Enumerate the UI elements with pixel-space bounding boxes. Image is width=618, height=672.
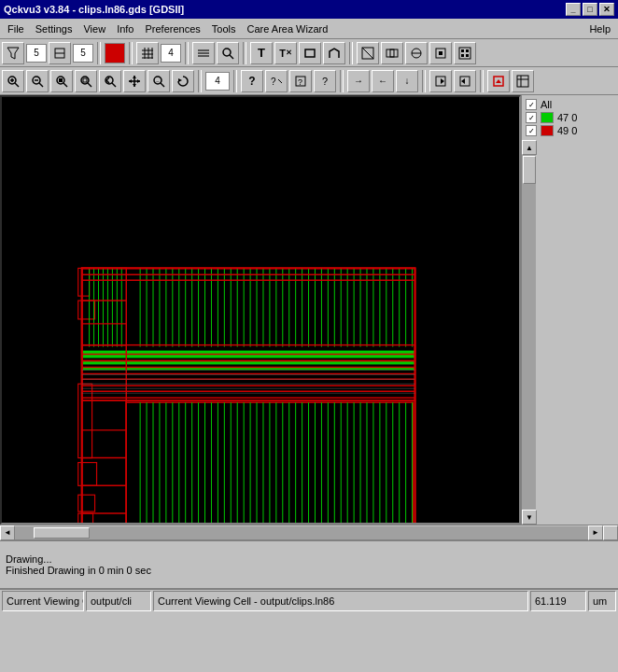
scroll-down-btn[interactable]: ▼ xyxy=(522,510,537,525)
snap-input[interactable] xyxy=(161,44,181,63)
poly-button[interactable] xyxy=(323,42,345,64)
layer-47-checkbox[interactable]: ✓ xyxy=(526,112,537,123)
layer-input-1[interactable] xyxy=(26,44,47,63)
nav-btn-2[interactable] xyxy=(454,70,476,92)
svg-rect-27 xyxy=(466,54,469,57)
scroll-up-btn[interactable]: ▲ xyxy=(522,140,537,155)
text-button[interactable]: T xyxy=(250,42,273,64)
svg-rect-26 xyxy=(461,54,464,57)
layer-47-0[interactable]: ✓ 47 0 xyxy=(526,112,599,123)
icon-btn-2[interactable] xyxy=(381,42,403,64)
arrow-down-btn[interactable]: ↓ xyxy=(396,70,418,92)
svg-text:?: ? xyxy=(298,77,302,87)
svg-marker-62 xyxy=(461,78,465,84)
menu-file[interactable]: File xyxy=(2,20,30,38)
layer-47-color xyxy=(541,112,554,123)
bottom-label-2: output/cli xyxy=(91,595,132,607)
close-button[interactable]: ✕ xyxy=(599,3,614,16)
zoom-out-button[interactable] xyxy=(26,70,49,92)
svg-marker-49 xyxy=(129,79,132,83)
bottom-bar: Current Viewing Ce output/cli Current Vi… xyxy=(0,588,618,612)
svg-text:~: ~ xyxy=(156,78,160,84)
svg-line-16 xyxy=(362,48,373,59)
horizontal-scrollbar[interactable]: ◄ ► xyxy=(0,525,618,539)
pan-button[interactable] xyxy=(123,70,146,92)
status-bar: Drawing... Finished Drawing in 0 min 0 s… xyxy=(0,539,618,588)
layer-49-checkbox[interactable]: ✓ xyxy=(526,125,537,136)
rect-button[interactable] xyxy=(299,42,321,64)
layer-all-label: All xyxy=(541,99,552,110)
text-x-button[interactable]: T✕ xyxy=(274,42,297,64)
help-btn[interactable]: ? xyxy=(241,70,263,92)
zoom-level-input[interactable] xyxy=(205,72,230,91)
zoom-custom-button[interactable]: ~ xyxy=(147,70,170,92)
zoom-prev-button[interactable] xyxy=(99,70,121,92)
zoom-fit-button[interactable] xyxy=(50,70,73,92)
vertical-scrollbar[interactable]: ▲ ▼ xyxy=(521,140,536,525)
color-selector[interactable] xyxy=(105,43,125,63)
maximize-button[interactable]: □ xyxy=(583,3,597,16)
window-title: Qckvu3 v3.84 - clips.ln86.gds [GDSII] xyxy=(4,4,184,15)
icon-btn-3[interactable] xyxy=(405,42,428,64)
bottom-label-3: Current Viewing Cell - output/clips.ln86 xyxy=(158,595,334,607)
menu-care-area-wizard[interactable]: Care Area Wizard xyxy=(242,20,334,38)
svg-marker-48 xyxy=(133,84,136,87)
query-btn-3[interactable]: ? xyxy=(314,70,336,92)
layer-btn-2[interactable] xyxy=(49,42,71,64)
menu-info[interactable]: Info xyxy=(111,20,139,38)
icon-btn-5[interactable] xyxy=(454,42,476,64)
nav-btn-1[interactable] xyxy=(429,70,452,92)
main-area: ✓ All ✓ 47 0 ✓ 49 0 ▲ ▼ xyxy=(0,95,618,525)
menu-settings[interactable]: Settings xyxy=(30,20,78,38)
zoom-in-button[interactable] xyxy=(2,70,24,92)
layer-49-color xyxy=(541,125,554,136)
bottom-label-1: Current Viewing Ce xyxy=(7,595,84,607)
icon-btn-1[interactable] xyxy=(357,42,379,64)
menu-view[interactable]: View xyxy=(77,20,111,38)
scroll-right-btn[interactable]: ► xyxy=(588,525,603,540)
clip-btn[interactable] xyxy=(512,70,534,92)
icon-btn-4[interactable] xyxy=(429,42,452,64)
scroll-thumb[interactable] xyxy=(523,156,536,184)
redraw-button[interactable] xyxy=(172,70,194,92)
menu-help[interactable]: Help xyxy=(583,20,616,38)
svg-text:?: ? xyxy=(271,77,276,87)
query-btn-2[interactable]: ? xyxy=(289,70,312,92)
gds-canvas xyxy=(2,97,519,523)
layer-panel: ✓ All ✓ 47 0 ✓ 49 0 xyxy=(521,95,603,140)
menu-bar: File Settings View Info Preferences Tool… xyxy=(0,19,618,39)
layer-all[interactable]: ✓ All xyxy=(526,99,599,110)
menu-preferences[interactable]: Preferences xyxy=(140,20,206,38)
layer-all-checkbox[interactable]: ✓ xyxy=(526,99,537,110)
canvas-area[interactable] xyxy=(0,95,521,525)
minimize-button[interactable]: _ xyxy=(566,3,581,16)
separator-10 xyxy=(480,70,484,92)
zoom-window-button[interactable] xyxy=(75,70,97,92)
arrow-right-btn[interactable]: → xyxy=(347,70,370,92)
h-scroll-track[interactable] xyxy=(15,526,588,539)
menu-tools[interactable]: Tools xyxy=(206,20,242,38)
separator-6 xyxy=(198,70,202,92)
scroll-track[interactable] xyxy=(522,155,536,510)
search-button[interactable] xyxy=(217,42,239,64)
svg-marker-54 xyxy=(178,78,182,82)
query-btn-1[interactable]: ? xyxy=(265,70,288,92)
export-btn[interactable] xyxy=(487,70,510,92)
svg-marker-60 xyxy=(441,78,444,84)
arrow-left-btn[interactable]: ← xyxy=(372,70,394,92)
h-scroll-thumb[interactable] xyxy=(34,527,90,539)
grid-button[interactable] xyxy=(136,42,159,64)
scroll-left-btn[interactable]: ◄ xyxy=(0,525,15,540)
layers-button[interactable] xyxy=(192,42,215,64)
svg-rect-10 xyxy=(198,52,209,54)
svg-rect-14 xyxy=(305,49,315,57)
layer-input-2[interactable] xyxy=(73,44,93,63)
svg-marker-50 xyxy=(137,79,140,83)
scroll-corner xyxy=(603,525,618,540)
separator-1 xyxy=(97,42,101,64)
layer-49-0[interactable]: ✓ 49 0 xyxy=(526,125,599,136)
filter-button[interactable] xyxy=(2,42,24,64)
svg-rect-40 xyxy=(83,78,87,82)
toolbar1: T T✕ xyxy=(0,39,618,67)
bottom-cell-3: Current Viewing Cell - output/clips.ln86 xyxy=(153,591,528,611)
